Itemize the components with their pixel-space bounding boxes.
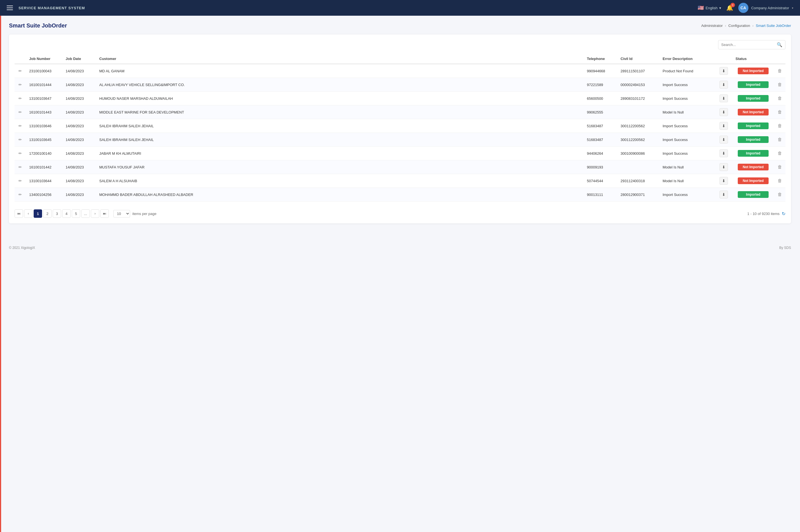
job-date-cell: 14/08/2023	[62, 188, 96, 202]
customer-cell: MIDDLE EAST MARINE FOR SEA DEVELOPMENT	[96, 106, 583, 119]
page-first-button[interactable]: ⏮	[15, 209, 23, 218]
job-number-cell: 16100101444	[26, 78, 62, 92]
delete-button[interactable]: 🗑	[778, 151, 782, 156]
customer-cell: MOHAMMD BADER ABDULLAH ALRASHEED ALBADER	[96, 188, 583, 202]
page-prev-button[interactable]: ‹	[24, 209, 33, 218]
download-button[interactable]: ⬇	[720, 108, 728, 116]
job-date-cell: 14/08/2023	[62, 119, 96, 133]
table-header: Job Number Job Date Customer Telephone C…	[15, 54, 785, 64]
delete-button[interactable]: 🗑	[778, 96, 782, 101]
job-date-cell: 14/08/2023	[62, 92, 96, 106]
download-button[interactable]: ⬇	[720, 122, 728, 130]
civil-id-cell: 289083101172	[617, 92, 659, 106]
edit-button[interactable]: ✏	[19, 82, 22, 87]
th-telephone: Telephone	[583, 54, 617, 64]
th-edit	[15, 54, 26, 64]
page-last-button[interactable]: ⏭	[100, 209, 109, 218]
breadcrumb-admin: Administrator	[701, 23, 723, 28]
footer: © 2021 XigologiX By SDS	[0, 241, 800, 254]
navbar-left: SERVICE MANAGEMENT SYSTEM	[7, 6, 85, 10]
error-description-cell: Import Success	[659, 188, 715, 202]
delete-button[interactable]: 🗑	[778, 165, 782, 170]
edit-button[interactable]: ✏	[19, 192, 22, 197]
user-info[interactable]: CA Company Administrator ▾	[738, 3, 793, 13]
download-button[interactable]: ⬇	[720, 177, 728, 185]
edit-button[interactable]: ✏	[19, 110, 22, 114]
table-body: ✏ 23100100043 14/08/2023 MD AL GANAM 990…	[15, 64, 785, 202]
delete-button[interactable]: 🗑	[778, 178, 782, 183]
edit-button[interactable]: ✏	[19, 69, 22, 73]
error-description-cell: Product Not Found	[659, 64, 715, 78]
civil-id-cell: 300112200562	[617, 133, 659, 147]
breadcrumb: Administrator › Configuration › Smart Su…	[701, 23, 791, 28]
edit-button[interactable]: ✏	[19, 96, 22, 101]
job-date-cell: 14/08/2023	[62, 64, 96, 78]
search-icon[interactable]: 🔍	[777, 42, 782, 48]
download-button[interactable]: ⬇	[720, 163, 728, 171]
job-date-cell: 14/08/2023	[62, 78, 96, 92]
status-badge: Imported	[738, 81, 768, 88]
lang-chevron-icon: ▾	[719, 6, 721, 10]
job-number-cell: 13100103644	[26, 174, 62, 188]
left-accent-bar	[0, 16, 1, 254]
edit-button[interactable]: ✏	[19, 151, 22, 156]
page-5-button[interactable]: 5	[72, 209, 80, 218]
per-page-select[interactable]: 10 20 50 100	[113, 210, 130, 217]
delete-button[interactable]: 🗑	[778, 192, 782, 197]
download-button[interactable]: ⬇	[720, 191, 728, 198]
status-badge: Not Imported	[738, 68, 768, 74]
edit-button[interactable]: ✏	[19, 137, 22, 142]
language-label: English	[706, 6, 718, 10]
job-date-cell: 14/08/2023	[62, 106, 96, 119]
delete-button[interactable]: 🗑	[778, 69, 782, 73]
per-page-wrap: 10 20 50 100 items per page	[113, 210, 156, 217]
notifications-button[interactable]: 🔔 0	[726, 4, 733, 11]
edit-button[interactable]: ✏	[19, 178, 22, 183]
status-badge: Imported	[738, 122, 768, 129]
error-description-cell: Model Is Null	[659, 160, 715, 174]
pagination-summary: 1 - 10 of 9230 items	[747, 212, 780, 216]
hamburger-menu[interactable]	[7, 6, 13, 10]
civil-id-cell: 300112200562	[617, 119, 659, 133]
telephone-cell: 97221589	[583, 78, 617, 92]
language-selector[interactable]: 🇺🇸 English ▾	[697, 5, 721, 11]
search-input[interactable]	[721, 43, 775, 47]
download-button[interactable]: ⬇	[720, 136, 728, 144]
page-ellipsis-button[interactable]: ...	[81, 209, 90, 218]
delete-button[interactable]: 🗑	[778, 82, 782, 87]
edit-button[interactable]: ✏	[19, 165, 22, 169]
page-2-button[interactable]: 2	[43, 209, 52, 218]
telephone-cell: 990944668	[583, 64, 617, 78]
page-4-button[interactable]: 4	[62, 209, 71, 218]
civil-id-cell: 289111501107	[617, 64, 659, 78]
page-3-button[interactable]: 3	[53, 209, 61, 218]
th-download	[715, 54, 732, 64]
status-badge: Not Imported	[738, 164, 768, 170]
navbar: SERVICE MANAGEMENT SYSTEM 🇺🇸 English ▾ 🔔…	[0, 0, 800, 16]
download-button[interactable]: ⬇	[720, 81, 728, 89]
pagination-left: ⏮ ‹ 1 2 3 4 5 ... › ⏭ 10 20 50 100 item	[15, 209, 156, 218]
telephone-cell: 94406264	[583, 147, 617, 160]
table-row: ✏ 17200100140 14/08/2023 JABAR M KH ALMU…	[15, 147, 785, 160]
status-badge: Imported	[738, 150, 768, 157]
delete-button[interactable]: 🗑	[778, 123, 782, 128]
job-number-cell: 17200100140	[26, 147, 62, 160]
download-button[interactable]: ⬇	[720, 67, 728, 75]
customer-cell: MD AL GANAM	[96, 64, 583, 78]
refresh-button[interactable]: ↻	[782, 211, 785, 216]
page-header: Smart Suite JobOrder Administrator › Con…	[9, 22, 791, 29]
customer-cell: HUMOUD NASER MARSHAD ALDUWAILAH	[96, 92, 583, 106]
customer-cell: SALEM A H ALSUHAIB	[96, 174, 583, 188]
download-button[interactable]: ⬇	[720, 149, 728, 157]
download-button[interactable]: ⬇	[720, 94, 728, 102]
page-next-button[interactable]: ›	[91, 209, 99, 218]
delete-button[interactable]: 🗑	[778, 137, 782, 142]
telephone-cell: 90013111	[583, 188, 617, 202]
pagination-right: 1 - 10 of 9230 items ↻	[747, 211, 785, 216]
user-name: Company Administrator	[751, 6, 789, 10]
delete-button[interactable]: 🗑	[778, 110, 782, 115]
search-input-wrap[interactable]: 🔍	[718, 40, 785, 49]
job-date-cell: 14/08/2023	[62, 174, 96, 188]
page-1-button[interactable]: 1	[34, 209, 42, 218]
edit-button[interactable]: ✏	[19, 124, 22, 128]
